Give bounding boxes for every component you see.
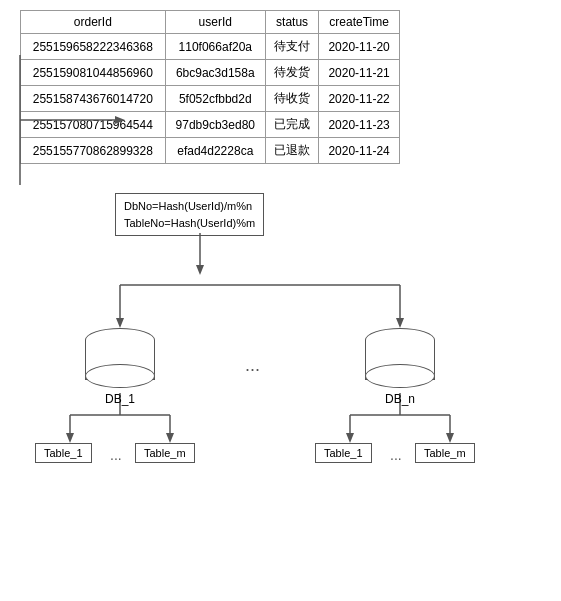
- table-cell: 已完成: [265, 112, 318, 138]
- table-row: 25515708071596454497db9cb3ed80已完成2020-11…: [21, 112, 400, 138]
- col-header-status: status: [265, 11, 318, 34]
- svg-marker-7: [116, 318, 124, 328]
- svg-marker-15: [166, 433, 174, 443]
- table-row: 255155770862899328efad4d2228ca已退款2020-11…: [21, 138, 400, 164]
- table-row: 255159658222346368110f066af20a待支付2020-11…: [21, 34, 400, 60]
- table-cell: 2020-11-23: [319, 112, 400, 138]
- orders-table: orderId userId status createTime 2551596…: [20, 10, 400, 164]
- table-cell: 97db9cb3ed80: [165, 112, 265, 138]
- table-cell: efad4d2228ca: [165, 138, 265, 164]
- table1-db1: Table_1: [35, 443, 92, 463]
- table-cell: 255159658222346368: [21, 34, 166, 60]
- table-cell: 待收货: [265, 86, 318, 112]
- dbn-container: DB_n: [365, 328, 435, 406]
- table-cell: 255155770862899328: [21, 138, 166, 164]
- table-cell: 待发货: [265, 60, 318, 86]
- table-cell: 2020-11-24: [319, 138, 400, 164]
- svg-marker-19: [346, 433, 354, 443]
- formula-box: DbNo=Hash(UserId)/m%n TableNo=Hash(UserI…: [115, 193, 264, 236]
- tablem-dbn-box: Table_m: [415, 443, 475, 463]
- table-row: 2551587436760147205f052cfbbd2d待收货2020-11…: [21, 86, 400, 112]
- svg-marker-9: [396, 318, 404, 328]
- table-cell: 110f066af20a: [165, 34, 265, 60]
- svg-marker-21: [446, 433, 454, 443]
- table1-dbn-box: Table_1: [315, 443, 372, 463]
- table-cell: 255158743676014720: [21, 86, 166, 112]
- table-dots-db1: ...: [110, 447, 122, 463]
- table-cell: 2020-11-22: [319, 86, 400, 112]
- svg-marker-13: [66, 433, 74, 443]
- dbn-label: DB_n: [385, 392, 415, 406]
- svg-marker-4: [196, 265, 204, 275]
- table-row: 2551590810448569606bc9ac3d158a待发货2020-11…: [21, 60, 400, 86]
- col-header-orderid: orderId: [21, 11, 166, 34]
- table-cell: 255157080715964544: [21, 112, 166, 138]
- tablem-dbn: Table_m: [415, 443, 475, 463]
- table-cell: 6bc9ac3d158a: [165, 60, 265, 86]
- table1-dbn: Table_1: [315, 443, 372, 463]
- col-header-userid: userId: [165, 11, 265, 34]
- formula-line1: DbNo=Hash(UserId)/m%n: [124, 198, 255, 215]
- dbn-bottom: [365, 364, 435, 388]
- db1-label: DB_1: [105, 392, 135, 406]
- db-dots: ...: [245, 355, 260, 376]
- formula-line2: TableNo=Hash(UserId)%m: [124, 215, 255, 232]
- db1-cylinder: [85, 328, 155, 388]
- table-cell: 2020-11-20: [319, 34, 400, 60]
- table-cell: 2020-11-21: [319, 60, 400, 86]
- db1-container: DB_1: [85, 328, 155, 406]
- col-header-createtime: createTime: [319, 11, 400, 34]
- table-dots-dbn: ...: [390, 447, 402, 463]
- tablem-db1: Table_m: [135, 443, 195, 463]
- table-cell: 已退款: [265, 138, 318, 164]
- data-table-section: orderId userId status createTime 2551596…: [20, 10, 400, 164]
- dbn-cylinder: [365, 328, 435, 388]
- tablem-db1-box: Table_m: [135, 443, 195, 463]
- table-cell: 待支付: [265, 34, 318, 60]
- table1-db1-box: Table_1: [35, 443, 92, 463]
- table-cell: 255159081044856960: [21, 60, 166, 86]
- db1-bottom: [85, 364, 155, 388]
- table-cell: 5f052cfbbd2d: [165, 86, 265, 112]
